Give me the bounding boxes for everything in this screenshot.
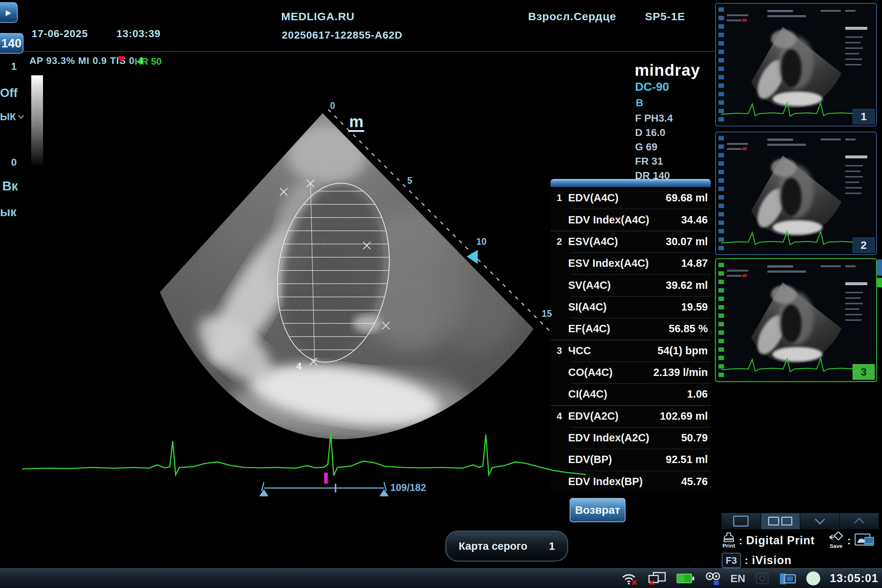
param-frequency: F PH3.4: [635, 111, 673, 125]
thumbnail-1[interactable]: 1: [715, 3, 877, 126]
thumbnail-3-index-badge: 3: [853, 364, 874, 380]
probe-name: SP5-1E: [645, 10, 685, 23]
chevron-down-icon: [815, 514, 825, 525]
table-row: EF(A4C)56.85 %: [550, 318, 711, 340]
system-clock: 13:05:01: [830, 572, 878, 585]
grayscale-bar: [31, 75, 43, 167]
table-row: SV(A4C)39.62 ml: [550, 274, 711, 296]
cine-frame-counter: 109/182: [390, 482, 426, 494]
mindray-logo: mindray: [634, 61, 700, 80]
battery-icon[interactable]: [676, 572, 695, 585]
results-rows: 1EDV(A4C)69.68 ml EDV Index(A4C)34.46 2E…: [550, 187, 711, 492]
acoustic-output-status: AP 93.3% MI 0.9 TIS 0.4: [29, 55, 143, 66]
f3-action-label: iVision: [752, 554, 792, 567]
taskbar: EN 13:05:01: [0, 568, 882, 588]
save-target-monitor-icon: [854, 533, 874, 548]
table-row: EDV Index(A4C)34.46: [550, 209, 711, 230]
language-indicator[interactable]: EN: [730, 573, 745, 585]
param-framerate: FR 31: [635, 154, 673, 168]
exam-time: 13:03:39: [117, 28, 160, 40]
sidebar-item-0[interactable]: 0: [11, 156, 17, 168]
depth-tick-0: 0: [330, 100, 335, 111]
table-row: EDV(BP)92.51 ml: [550, 449, 711, 470]
sidebar-item-yk2[interactable]: ык: [0, 205, 16, 219]
table-row: 4EDV(A2C)102.69 ml: [550, 405, 711, 427]
ultrasound-screen: ▶ 140 MEDLIGA.RU Взросл.Сердце SP5-1E 17…: [0, 0, 882, 588]
chevron-down-icon: [18, 113, 24, 119]
table-row: EDV Index(A2C)50.79: [550, 427, 711, 449]
thumbnail-3-selected[interactable]: 3: [715, 258, 877, 382]
param-gain: G 69: [635, 140, 673, 154]
edge-tool-icon[interactable]: [877, 260, 882, 276]
dual-frame-icon: [768, 517, 792, 525]
display-disconnected-icon[interactable]: [648, 571, 667, 586]
colon-separator: :: [847, 534, 851, 547]
param-depth: D 16.0: [635, 125, 673, 140]
print-key-hint: Print : Digital Print Save :: [723, 532, 874, 549]
dim-tray-icon[interactable]: [755, 572, 770, 585]
table-row: CI(A4C)1.06: [550, 383, 711, 405]
print-action-label: Digital Print: [746, 534, 815, 547]
colon-separator: :: [744, 554, 748, 567]
page-up-button[interactable]: [840, 513, 879, 529]
depth-tick-10: 10: [476, 236, 487, 247]
sidebar-item-yk-dropdown[interactable]: ЫК: [0, 111, 23, 123]
thumbnail-2-image: [716, 132, 876, 254]
table-row: EDV Index(BP)45.76: [550, 471, 711, 492]
thumbnail-1-ecg-marks: [718, 8, 724, 122]
thumbnail-1-image: [716, 4, 876, 126]
depth-tick-5: 5: [407, 175, 412, 186]
save-key-icon: Save: [829, 532, 843, 549]
print-key-icon: Print: [723, 532, 735, 549]
return-button[interactable]: Возврат: [570, 498, 626, 522]
sidebar-item-vk[interactable]: Вк: [2, 178, 18, 193]
single-frame-icon: [733, 516, 748, 526]
clinic-name: MEDLIGA.RU: [281, 10, 355, 23]
sidebar-item-off[interactable]: Off: [0, 86, 18, 100]
workstation-icon[interactable]: [779, 571, 797, 586]
results-panel-header[interactable]: [550, 179, 711, 187]
dr-value-button[interactable]: 140: [0, 33, 24, 54]
thumbnail-3-ecg-marks: [718, 263, 724, 377]
gray-map-button[interactable]: Карта серого 1: [446, 531, 568, 561]
thumbnail-2-index-badge: 2: [853, 237, 874, 253]
wifi-disconnected-icon[interactable]: [621, 571, 638, 586]
thumbnail-1-index-badge: 1: [853, 109, 874, 124]
table-row: SI(A4C)19.59: [550, 296, 711, 318]
f3-key: F3: [722, 553, 741, 568]
trace-point-label: 4: [296, 361, 302, 372]
camera-icon[interactable]: [705, 571, 721, 586]
header-separator: [24, 51, 716, 52]
heart-rate-status: HR 50: [135, 56, 162, 67]
stamp-icon: [723, 532, 735, 542]
table-row: ESV Index(A4C)14.87: [550, 252, 711, 274]
chevron-up-icon: [854, 518, 864, 528]
study-id: 20250617-122855-A62D: [282, 29, 402, 41]
page-down-button[interactable]: [800, 513, 840, 529]
colon-separator: :: [739, 534, 742, 547]
measurement-results-panel: 1EDV(A4C)69.68 ml EDV Index(A4C)34.46 2E…: [550, 179, 711, 492]
table-row: CO(A4C)2.139 l/min: [550, 362, 711, 383]
exam-date: 17-06-2025: [32, 28, 88, 40]
sidebar-item-1[interactable]: 1: [11, 61, 17, 72]
exam-preset: Взросл.Сердце: [528, 10, 616, 23]
edge-scroll-indicator[interactable]: [877, 278, 882, 287]
imaging-mode: B: [636, 97, 643, 109]
layout-dual-button[interactable]: [761, 513, 801, 529]
cine-frame-marker: [324, 472, 328, 484]
layout-single-button[interactable]: [722, 513, 761, 529]
machine-model: DC-90: [635, 80, 669, 94]
save-arrow-icon: [829, 532, 843, 543]
table-row: 3ЧСС54(1) bpm: [550, 340, 711, 362]
image-parameters: F PH3.4 D 16.0 G 69 FR 31 DR 140: [635, 111, 673, 183]
expand-arrow-button[interactable]: ▶: [0, 2, 18, 23]
status-circle-icon[interactable]: [806, 572, 820, 585]
gray-map-value: 1: [549, 540, 555, 552]
table-row: 1EDV(A4C)69.68 ml: [550, 187, 711, 209]
cine-scrubber: [260, 482, 388, 496]
ecg-trace: [22, 434, 586, 476]
gray-map-label: Карта серого: [459, 540, 527, 552]
thumbnail-2-ecg-marks: [718, 136, 724, 250]
table-row: 2ESV(A4C)30.07 ml: [550, 231, 711, 252]
thumbnail-2[interactable]: 2: [715, 132, 877, 255]
